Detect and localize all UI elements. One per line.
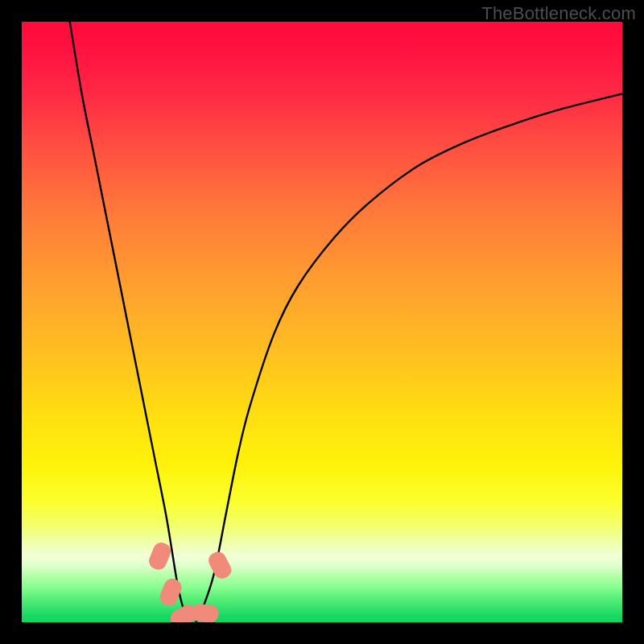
curve-layer (22, 22, 622, 622)
marker-left-mid (157, 576, 184, 609)
marker-bottom-right (191, 603, 220, 622)
curve-group (70, 22, 622, 622)
bottleneck-curve (70, 22, 622, 622)
chart-frame: TheBottleneck.com (0, 0, 644, 644)
marker-group (147, 540, 234, 622)
attribution-text: TheBottleneck.com (481, 3, 636, 24)
marker-left-upper (147, 540, 173, 572)
plot-area (22, 22, 622, 622)
marker-right (205, 549, 233, 581)
